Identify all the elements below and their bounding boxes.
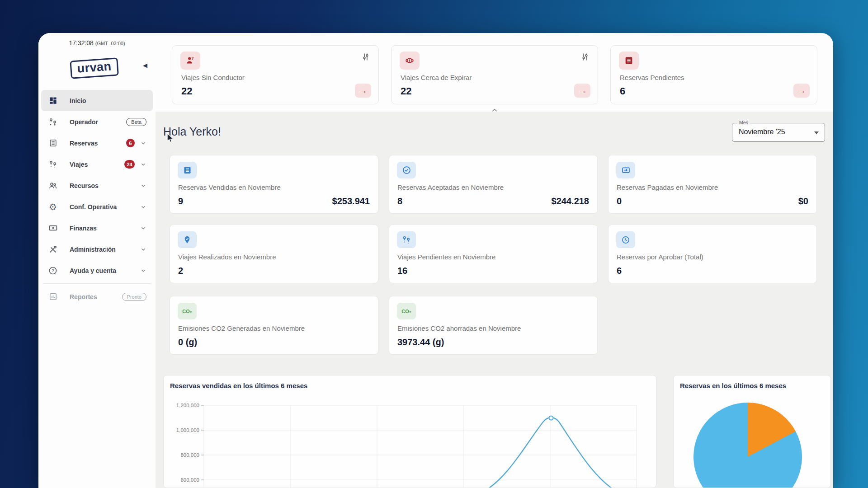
stat-amount: $253.941 xyxy=(332,196,370,206)
sidebar-item-viajes[interactable]: Viajes 24 xyxy=(41,154,153,175)
filter-sliders-icon[interactable] xyxy=(361,52,370,64)
go-to-arrow-button[interactable]: → xyxy=(793,84,810,98)
svg-text:600,000: 600,000 xyxy=(180,477,199,483)
desktop-background: 17:32:08 (GMT -03:00) urvan ◀ Inicio Ope xyxy=(0,0,868,488)
clock: 17:32:08 (GMT -03:00) xyxy=(38,39,156,47)
trip-pins-icon xyxy=(48,160,58,169)
chevron-down-icon xyxy=(140,246,146,253)
co2-icon: CO₂ xyxy=(178,303,197,319)
bar-report-icon xyxy=(48,292,58,302)
pie-chart-card: Reservas en los últimos 6 meses xyxy=(673,375,831,488)
list-icon xyxy=(178,162,197,178)
logo-row: urvan ◀ xyxy=(38,56,156,79)
sidebar: 17:32:08 (GMT -03:00) urvan ◀ Inicio Ope xyxy=(38,33,156,488)
sidebar-item-label: Reportes xyxy=(70,293,97,300)
stat-title: Viajes Pendientes en Noviembre xyxy=(397,253,495,261)
banknote-icon xyxy=(48,223,58,233)
people-icon xyxy=(48,181,58,191)
chevron-down-icon xyxy=(140,140,146,146)
gear-icon: ⚙ xyxy=(48,202,58,212)
viajes-count-badge: 24 xyxy=(124,160,135,169)
pending-list-icon xyxy=(619,52,639,70)
route-pins-icon xyxy=(397,231,416,248)
stat-title: Emisiones CO2 Generadas en Noviembre xyxy=(178,324,305,332)
svg-text:?: ? xyxy=(52,268,54,273)
nav-divider xyxy=(43,283,151,284)
caret-down-icon xyxy=(814,131,819,134)
chevron-down-icon xyxy=(140,225,146,231)
sidebar-nav: Inicio Operador Beta Reservas xyxy=(38,90,156,307)
help-icon: ? xyxy=(48,266,58,276)
line-chart-card: Reservas vendidas en los últimos 6 meses… xyxy=(163,375,656,488)
svg-text:?: ? xyxy=(192,56,194,61)
line-chart-title: Reservas vendidas en los últimos 6 meses xyxy=(170,382,307,389)
stat-title: Viajes Realizados en Noviembre xyxy=(178,253,276,261)
list-icon xyxy=(48,138,58,148)
pin-check-icon xyxy=(178,231,197,248)
sidebar-item-administracion[interactable]: Administración xyxy=(41,239,153,260)
alert-value: 6 xyxy=(620,85,625,97)
stat-title: Reservas Vendidas en Noviembre xyxy=(178,183,281,191)
clock-icon xyxy=(616,231,635,248)
alert-title: Viajes Sin Conductor xyxy=(181,74,245,81)
stat-amount: $244.218 xyxy=(552,196,589,206)
month-select-label: Mes xyxy=(737,120,750,125)
svg-text:1,000,000: 1,000,000 xyxy=(176,427,199,433)
stat-count: 0 xyxy=(617,196,622,206)
stat-title: Reservas por Aprobar (Total) xyxy=(617,253,703,261)
stat-value: 3973.44 (g) xyxy=(397,337,444,347)
beta-pill: Beta xyxy=(126,118,146,126)
expiring-alert-icon xyxy=(400,52,420,70)
arrow-right-icon: → xyxy=(797,86,806,96)
sidebar-item-recursos[interactable]: Recursos xyxy=(41,175,153,196)
sidebar-item-reservas[interactable]: Reservas 6 xyxy=(41,132,153,154)
peak-data-point xyxy=(549,416,553,420)
arrow-right-icon: → xyxy=(578,86,587,96)
alert-card-reservas-pendientes: Reservas Pendientes 6 → xyxy=(610,45,817,104)
sidebar-item-label: Ayuda y cuenta xyxy=(70,267,116,274)
go-to-arrow-button[interactable]: → xyxy=(574,84,590,98)
co2-icon: CO₂ xyxy=(397,303,416,319)
stat-card-reservas-por-aprobar: Reservas por Aprobar (Total) 6 xyxy=(608,225,817,283)
stat-count: 9 xyxy=(178,196,183,206)
tools-icon xyxy=(48,244,58,254)
filter-sliders-icon[interactable] xyxy=(580,52,590,64)
dashboard-icon xyxy=(48,96,58,106)
sidebar-item-reportes[interactable]: Reportes Pronto xyxy=(41,286,153,307)
collapse-top-cards-chevron-up-icon[interactable] xyxy=(490,106,500,116)
stat-amount: $0 xyxy=(798,196,808,206)
clock-timezone: (GMT -03:00) xyxy=(95,41,125,46)
svg-text:1,200,000: 1,200,000 xyxy=(176,403,199,408)
sidebar-item-label: Conf. Operativa xyxy=(70,203,117,211)
sidebar-item-ayuda-y-cuenta[interactable]: ? Ayuda y cuenta xyxy=(41,260,153,281)
alert-title: Reservas Pendientes xyxy=(620,74,684,81)
sidebar-item-label: Finanzas xyxy=(70,225,97,232)
chevron-down-icon xyxy=(140,267,146,274)
alert-card-viajes-cerca-de-expirar: Viajes Cerca de Expirar 22 → xyxy=(391,45,598,104)
go-to-arrow-button[interactable]: → xyxy=(355,84,371,98)
sidebar-collapse-icon[interactable]: ◀ xyxy=(143,62,147,69)
check-circle-icon xyxy=(397,162,416,178)
stat-count: 8 xyxy=(397,196,402,206)
pronto-pill: Pronto xyxy=(122,293,146,301)
payment-card-icon xyxy=(616,162,635,178)
sidebar-item-conf-operativa[interactable]: ⚙ Conf. Operativa xyxy=(41,196,153,217)
arrow-right-icon: → xyxy=(359,86,368,96)
stat-card-reservas-pagadas: Reservas Pagadas en Noviembre 0 $0 xyxy=(608,155,817,214)
chevron-down-icon xyxy=(140,204,146,210)
mouse-cursor xyxy=(166,133,175,143)
app-window: 17:32:08 (GMT -03:00) urvan ◀ Inicio Ope xyxy=(38,33,833,488)
stat-title: Reservas Pagadas en Noviembre xyxy=(617,183,718,191)
stat-card-viajes-realizados: Viajes Realizados en Noviembre 2 xyxy=(170,225,378,283)
clock-time: 17:32:08 xyxy=(69,39,94,47)
month-select[interactable]: Mes Noviembre '25 xyxy=(732,123,825,142)
line-chart: 1,200,000 1,000,000 800,000 600,000 xyxy=(164,394,656,488)
stat-count: 2 xyxy=(178,266,183,276)
sidebar-item-label: Administración xyxy=(70,246,116,253)
stat-title: Emisiones CO2 ahorradas en Noviembre xyxy=(397,324,521,332)
sidebar-item-operador[interactable]: Operador Beta xyxy=(41,111,153,132)
driver-missing-icon: ? xyxy=(180,52,200,70)
sidebar-item-finanzas[interactable]: Finanzas xyxy=(41,217,153,239)
stat-card-co2-ahorradas: CO₂ Emisiones CO2 ahorradas en Noviembre… xyxy=(389,296,598,355)
sidebar-item-inicio[interactable]: Inicio xyxy=(41,90,153,111)
